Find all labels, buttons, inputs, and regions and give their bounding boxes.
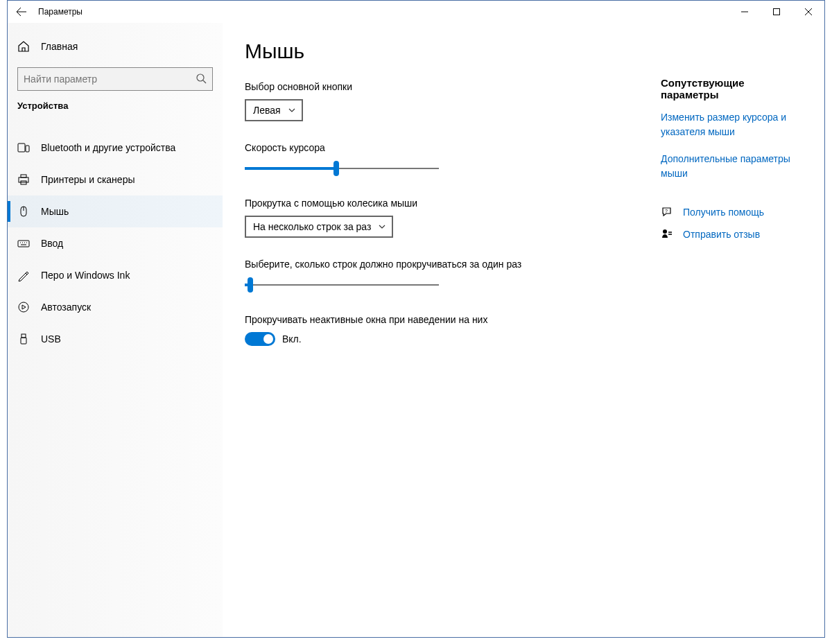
primary-button-label: Выбор основной кнопки: [245, 81, 633, 92]
inactive-label: Прокручивать неактивные окна при наведен…: [245, 314, 633, 325]
wheel-mode-section: Прокрутка с помощью колесика мыши На нес…: [245, 198, 633, 238]
svg-rect-2: [18, 143, 25, 152]
minimize-icon: [741, 8, 748, 15]
chevron-down-icon: [288, 106, 296, 114]
search-icon: [196, 73, 207, 86]
sidebar-item-pen[interactable]: Перо и Windows Ink: [8, 259, 223, 291]
feedback-link[interactable]: Отправить отзыв: [683, 229, 760, 240]
autoplay-icon: [17, 301, 30, 313]
svg-point-1: [197, 74, 204, 81]
home-label: Главная: [41, 41, 78, 52]
usb-icon: [17, 333, 30, 345]
svg-point-13: [663, 229, 667, 234]
aside-column: Сопутствующие параметры Изменить размер …: [661, 40, 802, 620]
sidebar-item-typing[interactable]: Ввод: [8, 227, 223, 259]
svg-rect-0: [774, 9, 780, 15]
sidebar-item-label: Мышь: [41, 206, 69, 217]
svg-point-9: [19, 302, 28, 312]
wheel-mode-select[interactable]: На несколько строк за раз: [245, 216, 393, 238]
svg-rect-8: [18, 241, 29, 247]
sidebar: Главная Устройства Bluetooth и другие ус…: [8, 23, 223, 637]
back-button[interactable]: [8, 1, 35, 23]
lines-section: Выберите, сколько строк должно прокручив…: [245, 259, 633, 293]
sidebar-nav: Bluetooth и другие устройства Принтеры и…: [8, 132, 223, 355]
maximize-icon: [773, 8, 780, 15]
primary-button-select[interactable]: Левая: [245, 99, 303, 121]
home-icon: [17, 40, 30, 53]
content-column: Мышь Выбор основной кнопки Левая Скорост…: [245, 40, 633, 620]
sidebar-item-autoplay[interactable]: Автозапуск: [8, 291, 223, 323]
sidebar-item-printers[interactable]: Принтеры и сканеры: [8, 164, 223, 195]
sidebar-item-label: Перо и Windows Ink: [41, 270, 130, 281]
related-link-advanced-mouse[interactable]: Дополнительные параметры мыши: [661, 152, 802, 181]
minimize-button[interactable]: [729, 1, 761, 23]
primary-button-section: Выбор основной кнопки Левая: [245, 81, 633, 121]
svg-rect-11: [21, 338, 26, 344]
cursor-speed-section: Скорость курсора: [245, 142, 633, 177]
close-icon: [805, 8, 812, 15]
window-body: Главная Устройства Bluetooth и другие ус…: [8, 23, 824, 637]
bluetooth-devices-icon: [17, 141, 30, 154]
sidebar-item-mouse[interactable]: Мышь: [8, 195, 223, 227]
sidebar-item-label: USB: [41, 333, 61, 345]
inactive-scroll-section: Прокручивать неактивные окна при наведен…: [245, 314, 633, 346]
chevron-down-icon: [378, 223, 386, 231]
sidebar-item-bluetooth[interactable]: Bluetooth и другие устройства: [8, 132, 223, 164]
svg-rect-10: [21, 334, 26, 338]
toggle-state: Вкл.: [282, 333, 302, 345]
lines-thumb[interactable]: [248, 277, 253, 293]
sidebar-item-label: Автозапуск: [41, 302, 91, 313]
main-area: Мышь Выбор основной кнопки Левая Скорост…: [223, 23, 824, 637]
close-button[interactable]: [792, 1, 824, 23]
sidebar-item-usb[interactable]: USB: [8, 323, 223, 355]
svg-rect-3: [26, 146, 29, 152]
get-help-row: ? Получить помощь: [661, 206, 802, 218]
settings-window: Параметры Главная: [7, 0, 825, 638]
svg-text:?: ?: [665, 209, 668, 214]
arrow-left-icon: [16, 6, 27, 17]
search-input[interactable]: [24, 73, 196, 85]
wheel-mode-value: На несколько строк за раз: [253, 221, 371, 232]
inactive-scroll-toggle[interactable]: [245, 332, 275, 346]
sidebar-category: Устройства: [8, 101, 223, 121]
cursor-speed-label: Скорость курсора: [245, 142, 633, 153]
svg-rect-5: [21, 175, 26, 177]
cursor-speed-slider[interactable]: [245, 160, 439, 177]
printer-icon: [17, 173, 30, 186]
sidebar-item-label: Bluetooth и другие устройства: [41, 142, 175, 153]
related-heading: Сопутствующие параметры: [661, 77, 802, 101]
primary-button-value: Левая: [253, 105, 281, 116]
related-link-cursor-size[interactable]: Изменить размер курсора и указателя мыши: [661, 110, 802, 139]
get-help-link[interactable]: Получить помощь: [683, 207, 764, 218]
cursor-speed-thumb[interactable]: [333, 161, 339, 176]
page-title: Мышь: [245, 40, 633, 63]
help-icon: ?: [661, 206, 673, 218]
window-title: Параметры: [35, 7, 83, 17]
sidebar-item-label: Принтеры и сканеры: [41, 174, 135, 185]
home-link[interactable]: Главная: [8, 33, 223, 60]
mouse-icon: [17, 205, 30, 218]
sidebar-item-label: Ввод: [41, 238, 63, 249]
lines-label: Выберите, сколько строк должно прокручив…: [245, 259, 633, 270]
feedback-icon: [661, 228, 673, 241]
titlebar: Параметры: [8, 1, 824, 23]
pen-icon: [17, 269, 30, 281]
lines-slider[interactable]: [245, 277, 439, 293]
feedback-row: Отправить отзыв: [661, 228, 802, 241]
wheel-mode-label: Прокрутка с помощью колесика мыши: [245, 198, 633, 209]
svg-rect-4: [19, 177, 28, 182]
keyboard-icon: [17, 237, 30, 250]
maximize-button[interactable]: [761, 1, 792, 23]
search-box[interactable]: [17, 67, 213, 91]
